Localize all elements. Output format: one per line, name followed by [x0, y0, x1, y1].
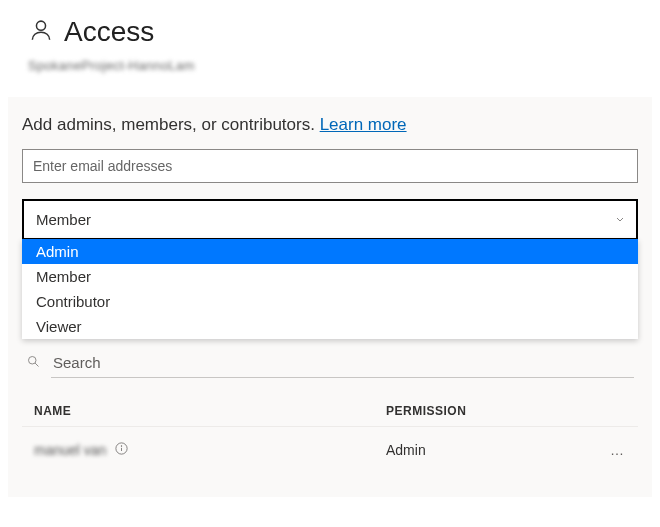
- row-name-cell: manuel van: [34, 441, 386, 459]
- learn-more-link[interactable]: Learn more: [320, 115, 407, 134]
- role-select-value: Member: [36, 211, 91, 228]
- search-icon: [26, 354, 41, 373]
- instruction-lead: Add admins, members, or contributors.: [22, 115, 320, 134]
- header-actions: [586, 404, 626, 418]
- header-name: NAME: [34, 404, 386, 418]
- chevron-down-icon: [614, 211, 626, 228]
- svg-point-1: [29, 356, 37, 364]
- table-row: manuel vanAdmin…: [22, 427, 638, 473]
- person-icon: [28, 17, 54, 47]
- role-option-admin[interactable]: Admin: [22, 239, 638, 264]
- role-select[interactable]: Member: [22, 199, 638, 240]
- table-header: NAME PERMISSION: [22, 396, 638, 427]
- email-input[interactable]: [22, 149, 638, 183]
- row-permission: Admin: [386, 442, 586, 458]
- svg-point-0: [36, 21, 45, 30]
- role-dropdown: AdminMemberContributorViewer: [22, 239, 638, 339]
- role-option-member[interactable]: Member: [22, 264, 638, 289]
- page-title: Access: [64, 16, 154, 48]
- instruction-text: Add admins, members, or contributors. Le…: [22, 115, 638, 135]
- row-actions-button[interactable]: …: [586, 442, 626, 458]
- search-input[interactable]: [51, 348, 634, 378]
- page-header: Access SpokaneProject-HannoLam: [0, 0, 660, 81]
- search-row: [22, 348, 638, 378]
- title-row: Access: [28, 16, 632, 48]
- svg-point-5: [122, 446, 123, 447]
- user-name: manuel van: [34, 442, 106, 458]
- role-select-wrap: Member AdminMemberContributorViewer: [22, 199, 638, 240]
- svg-line-2: [35, 363, 38, 366]
- info-icon[interactable]: [114, 441, 129, 459]
- role-option-viewer[interactable]: Viewer: [22, 314, 638, 339]
- header-permission: PERMISSION: [386, 404, 586, 418]
- access-panel: Add admins, members, or contributors. Le…: [8, 97, 652, 497]
- role-option-contributor[interactable]: Contributor: [22, 289, 638, 314]
- workspace-name: SpokaneProject-HannoLam: [28, 58, 632, 73]
- table-body: manuel vanAdmin…: [22, 427, 638, 473]
